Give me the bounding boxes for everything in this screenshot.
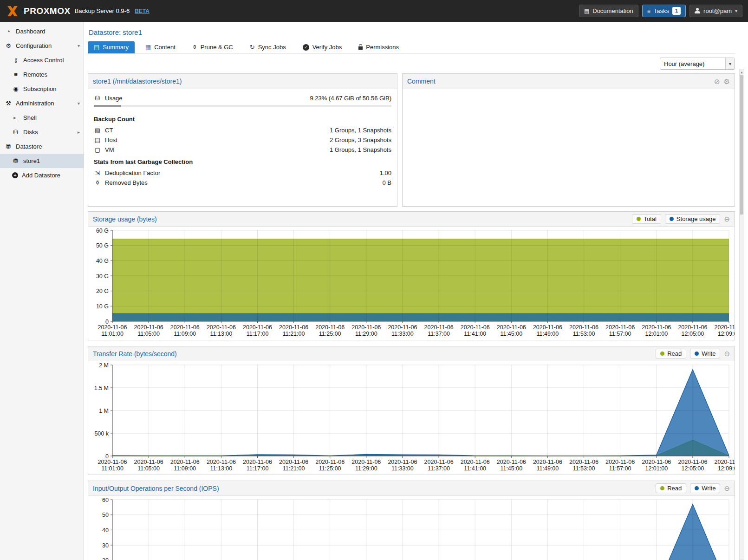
svg-text:12:09:00: 12:09:00 <box>718 331 735 337</box>
documentation-button[interactable]: ▤ Documentation <box>579 5 638 17</box>
tab-label: Content <box>154 44 176 51</box>
legend-write[interactable]: Write <box>690 483 720 493</box>
svg-text:11:41:00: 11:41:00 <box>464 465 486 472</box>
sidebar-item-subscription[interactable]: ◉Subscription <box>0 82 84 96</box>
sidebar-item-remotes[interactable]: ≡Remotes <box>0 67 84 82</box>
tab-content[interactable]: ▦Content <box>139 41 182 53</box>
storage-usage-title: Storage usage (bytes) <box>93 215 157 223</box>
sidebar-item-administration[interactable]: ⚒Administration▾ <box>0 96 84 111</box>
svg-text:2020-11-06: 2020-11-06 <box>243 459 272 465</box>
storage-usage-legend: TotalStorage usage <box>632 214 720 224</box>
tab-prune-gc[interactable]: ⚱Prune & GC <box>186 41 239 53</box>
storage-usage-panel: Storage usage (bytes) TotalStorage usage… <box>88 211 735 340</box>
sidebar-item-label: Disks <box>23 129 74 136</box>
stat-value: 1.00 <box>380 169 391 176</box>
svg-text:20: 20 <box>102 557 109 560</box>
svg-text:2020-11-06: 2020-11-06 <box>279 324 308 331</box>
svg-text:11:45:00: 11:45:00 <box>500 465 522 472</box>
svg-text:11:09:00: 11:09:00 <box>174 465 196 472</box>
svg-text:10 G: 10 G <box>96 303 109 310</box>
legend-write[interactable]: Write <box>690 349 720 358</box>
settings-icon[interactable]: ⚙ <box>724 78 730 85</box>
product-version: Backup Server 0.9-6 <box>75 7 130 14</box>
svg-text:2020-11-06: 2020-11-06 <box>569 324 598 331</box>
svg-text:11:57:00: 11:57:00 <box>609 465 631 472</box>
tasks-button[interactable]: ≡ Tasks 1 <box>642 5 686 17</box>
clear-icon[interactable]: ⊘ <box>714 78 720 85</box>
sidebar-item-store1[interactable]: ⛃store1 <box>0 154 84 168</box>
stat-label: CT <box>105 127 113 134</box>
sidebar-item-shell[interactable]: >_Shell <box>0 111 84 125</box>
tab-permissions[interactable]: Permissions <box>352 41 405 53</box>
legend-storage-usage[interactable]: Storage usage <box>665 214 721 224</box>
collapse-icon[interactable]: ⊖ <box>724 215 730 222</box>
caret-down-icon[interactable]: ▾ <box>78 101 80 106</box>
stat-row-vm: ▢VM1 Groups, 1 Snapshots <box>94 145 391 155</box>
legend-total[interactable]: Total <box>632 214 661 224</box>
sidebar-item-disks[interactable]: ⛁Disks▸ <box>0 125 84 139</box>
svg-text:2020-11-06: 2020-11-06 <box>351 459 381 465</box>
sidebar-item-add-datastore[interactable]: +Add Datastore <box>0 168 84 182</box>
sidebar-menu: ◔Dashboard⚙Configuration▾⚷Access Control… <box>0 22 84 560</box>
svg-text:11:57:00: 11:57:00 <box>609 331 631 337</box>
stat-row-deduplication-factor: ⇲Deduplication Factor1.00 <box>94 168 391 178</box>
legend-read[interactable]: Read <box>656 349 686 358</box>
host-icon: ▤ <box>94 137 101 143</box>
svg-text:2020-11-06: 2020-11-06 <box>678 459 707 465</box>
tab-summary[interactable]: ▤Summary <box>88 41 135 53</box>
svg-text:2020-11-06: 2020-11-06 <box>497 324 526 331</box>
svg-text:2020-11-06: 2020-11-06 <box>351 324 381 331</box>
stat-label: VM <box>105 146 114 153</box>
combo-arrow-icon[interactable]: ▾ <box>725 58 735 69</box>
tab-label: Summary <box>103 44 129 51</box>
sidebar-item-dashboard[interactable]: ◔Dashboard <box>0 24 84 39</box>
svg-text:50 G: 50 G <box>96 242 109 249</box>
svg-text:2020-11-06: 2020-11-06 <box>461 459 490 465</box>
header-actions: ▤ Documentation ≡ Tasks 1 root@pam ▾ <box>579 5 742 17</box>
timeframe-select[interactable]: Hour (average) ▾ <box>660 58 735 70</box>
tasks-label: Tasks <box>654 7 669 14</box>
svg-text:11:13:00: 11:13:00 <box>210 331 233 337</box>
svg-text:11:53:00: 11:53:00 <box>573 465 595 472</box>
collapse-icon[interactable]: ⊖ <box>724 485 730 492</box>
sidebar-item-datastore[interactable]: ⛃Datastore <box>0 139 84 154</box>
gc-stats-title: Stats from last Garbage Collection <box>94 155 391 168</box>
sidebar-item-configuration[interactable]: ⚙Configuration▾ <box>0 39 84 53</box>
tab-sync-jobs[interactable]: ↻Sync Jobs <box>244 41 292 53</box>
summary-icon: ▤ <box>94 44 99 51</box>
svg-text:11:49:00: 11:49:00 <box>537 465 559 472</box>
sidebar-item-label: Dashboard <box>16 28 80 35</box>
svg-text:11:37:00: 11:37:00 <box>428 331 450 337</box>
beta-link[interactable]: BETA <box>135 8 150 14</box>
svg-text:50: 50 <box>102 512 109 518</box>
iops-panel: Input/Output Operations per Second (IOPS… <box>88 481 735 560</box>
svg-text:2020-11-06: 2020-11-06 <box>243 324 272 331</box>
caret-down-icon[interactable]: ▾ <box>78 43 80 48</box>
svg-text:2020-11-06: 2020-11-06 <box>605 459 635 465</box>
page-title: Datastore: store1 <box>88 22 735 41</box>
svg-text:12:01:00: 12:01:00 <box>645 465 668 472</box>
documentation-label: Documentation <box>592 7 633 14</box>
comment-panel: Comment ⊘ ⚙ <box>402 73 735 207</box>
user-menu-button[interactable]: root@pam ▾ <box>689 5 742 17</box>
caret-right-icon[interactable]: ▸ <box>78 130 80 135</box>
usage-bar-fill <box>94 105 121 107</box>
collapse-icon[interactable]: ⊖ <box>724 350 730 357</box>
svg-text:60: 60 <box>102 497 109 503</box>
iops-title: Input/Output Operations per Second (IOPS… <box>93 485 219 492</box>
legend-read[interactable]: Read <box>656 483 686 493</box>
svg-text:20 G: 20 G <box>96 288 109 294</box>
vertical-scrollbar[interactable]: ▲ <box>739 69 744 560</box>
comment-panel-body[interactable] <box>403 89 735 206</box>
svg-text:12:01:00: 12:01:00 <box>645 331 668 337</box>
svg-text:2020-11-06: 2020-11-06 <box>388 324 417 331</box>
stat-label: Deduplication Factor <box>105 169 160 176</box>
user-label: root@pam <box>703 7 732 14</box>
transfer-rate-title: Transfer Rate (bytes/second) <box>93 350 177 358</box>
sidebar-item-access-control[interactable]: ⚷Access Control <box>0 53 84 67</box>
usage-label: Usage <box>105 95 123 102</box>
scroll-up-icon[interactable]: ▲ <box>740 69 744 75</box>
svg-text:40: 40 <box>102 527 109 534</box>
tab-verify-jobs[interactable]: ✓Verify Jobs <box>297 41 348 53</box>
scrollbar-thumb[interactable] <box>740 75 743 215</box>
